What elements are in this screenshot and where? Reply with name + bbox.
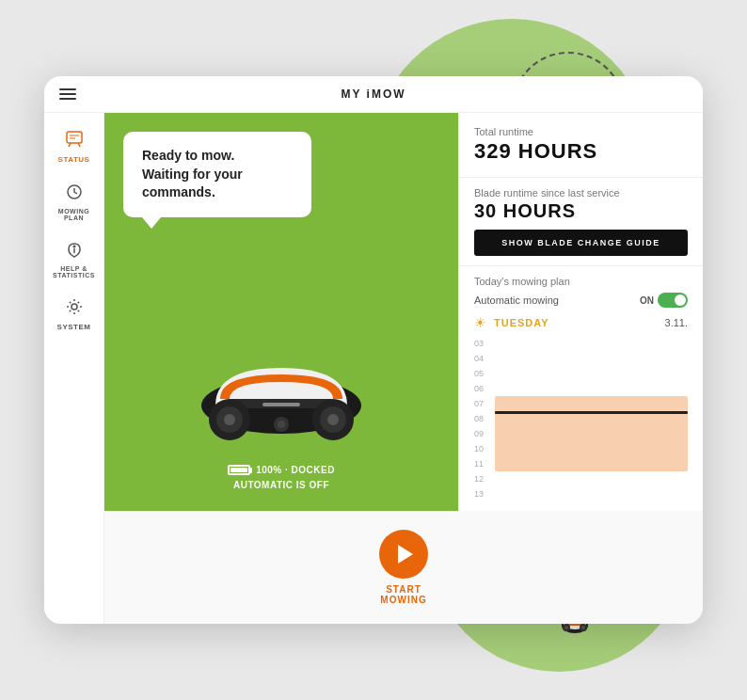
chart-hour-label: 08: [474, 411, 484, 426]
svg-point-6: [581, 626, 585, 629]
mower-svg: [178, 335, 385, 452]
svg-point-18: [224, 414, 235, 425]
bottom-controls: START MOWING: [104, 511, 703, 624]
chart-hour-label: 11: [474, 456, 484, 471]
chart-hour-label: 06: [474, 381, 484, 396]
toggle-container[interactable]: ON: [640, 293, 688, 308]
auto-mowing-row: Automatic mowing ON: [474, 293, 688, 308]
menu-icon[interactable]: [59, 88, 76, 100]
plan-header: Today's mowing plan: [474, 276, 688, 287]
sidebar-mowingplan-label: MOWING PLAN: [58, 208, 89, 221]
battery-text: 100% · DOCKED: [256, 465, 335, 475]
svg-point-23: [278, 421, 285, 428]
system-icon: [65, 297, 84, 321]
start-label-line2: MOWING: [380, 595, 426, 605]
toggle-switch[interactable]: [658, 293, 688, 308]
chart-hour-label: 03: [474, 336, 484, 351]
start-label-line1: START: [380, 584, 426, 595]
svg-point-5: [564, 626, 568, 629]
sun-icon: ☀: [474, 315, 486, 330]
blade-section: Blade runtime since last service 30 HOUR…: [459, 178, 703, 266]
svg-rect-7: [67, 132, 82, 143]
auto-mowing-label: Automatic mowing: [474, 294, 559, 306]
blade-change-guide-button[interactable]: SHOW BLADE CHANGE GUIDE: [474, 230, 688, 256]
sidebar-status-label: STATUS: [58, 155, 90, 164]
mowing-plan-icon: [65, 183, 84, 206]
speech-bubble: Ready to mow. Waiting for your commands.: [123, 132, 311, 217]
mower-panel: Ready to mow. Waiting for your commands.: [104, 113, 458, 511]
plan-section: Today's mowing plan Automatic mowing ON …: [459, 266, 703, 511]
sidebar: STATUS MOWING PLAN: [44, 113, 104, 624]
svg-point-21: [327, 414, 339, 425]
sidebar-item-system[interactable]: SYSTEM: [44, 288, 103, 341]
right-panel: Total runtime 329 HOURS Blade runtime si…: [458, 113, 703, 511]
blade-runtime-label: Blade runtime since last service: [474, 187, 688, 199]
top-section: Ready to mow. Waiting for your commands.: [104, 113, 703, 511]
main-content: Ready to mow. Waiting for your commands.: [104, 113, 703, 624]
help-statistics-icon: [65, 240, 84, 263]
chart-hour-label: 13: [474, 486, 484, 501]
speech-line2: Waiting for your commands.: [142, 166, 293, 202]
blade-runtime-value: 30 HOURS: [474, 200, 688, 222]
app-title: MY iMOW: [59, 88, 688, 101]
sidebar-item-mowing-plan[interactable]: MOWING PLAN: [44, 173, 103, 231]
chart-hour-label: 10: [474, 441, 484, 456]
sidebar-system-label: SYSTEM: [57, 323, 91, 331]
status-icon: [65, 130, 84, 153]
day-name: TUESDAY: [494, 317, 549, 328]
chart-hour-label: 09: [474, 426, 484, 441]
toggle-state-label: ON: [640, 295, 654, 306]
chart-hour-label: 04: [474, 351, 484, 366]
svg-point-13: [72, 304, 77, 310]
start-mowing-label: START MOWING: [380, 584, 426, 605]
sidebar-item-help-statistics[interactable]: HELP & STATISTICS: [44, 231, 103, 288]
day-row: ☀ TUESDAY 3.11.: [474, 315, 688, 330]
app-window: MY iMOW STATUS: [44, 76, 703, 624]
sidebar-help-label: HELP & STATISTICS: [53, 265, 95, 278]
speech-line1: Ready to mow.: [142, 147, 293, 166]
chart-hour-label: 12: [474, 471, 484, 486]
chart-hour-label: 05: [474, 366, 484, 381]
runtime-section: Total runtime 329 HOURS: [459, 113, 703, 178]
chart-container: 0304050607080910111213: [474, 336, 688, 501]
chart-hour-label: 07: [474, 396, 484, 411]
day-date: 3.11.: [665, 317, 688, 328]
total-runtime-value: 329 HOURS: [474, 139, 688, 164]
svg-rect-24: [262, 403, 300, 406]
total-runtime-label: Total runtime: [474, 126, 688, 137]
automatic-status: AUTOMATIC IS OFF: [233, 480, 329, 490]
play-icon: [398, 545, 413, 564]
mower-status: 100% · DOCKED AUTOMATIC IS OFF: [228, 465, 335, 492]
sidebar-item-status[interactable]: STATUS: [44, 120, 103, 173]
svg-point-12: [73, 246, 75, 247]
title-bar: MY iMOW: [44, 76, 703, 113]
app-body: STATUS MOWING PLAN: [44, 113, 703, 624]
start-mowing-button[interactable]: [379, 530, 428, 579]
